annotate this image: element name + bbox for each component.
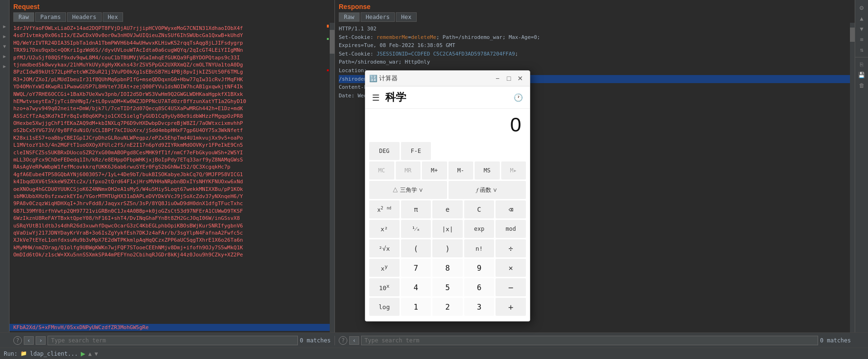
- request-footer-line: Content-Length: 2: [10, 331, 334, 332]
- calc-multiply-btn[interactable]: ×: [496, 259, 526, 277]
- calc-inv-btn[interactable]: ¹⁄ₓ: [401, 220, 431, 238]
- copy-icon[interactable]: ⎘: [860, 61, 863, 68]
- up-icon[interactable]: ▲: [860, 15, 863, 22]
- run-value: ldap_client...: [30, 350, 78, 357]
- calc-mr-btn[interactable]: MR: [396, 161, 421, 180]
- save-icon[interactable]: 💾: [858, 72, 865, 78]
- search-input-right[interactable]: [361, 336, 818, 345]
- calc-8-btn[interactable]: 8: [432, 259, 463, 277]
- nav-prev-left[interactable]: ‹: [24, 336, 34, 345]
- right-sidebar: ⚙ ▲ ▼ ≡ ⇅ ⎘ 💾 🗑: [855, 0, 868, 332]
- list-icon[interactable]: ≡: [860, 36, 863, 43]
- tree-expand-icon[interactable]: ▼: [3, 44, 6, 49]
- tab-raw-request[interactable]: Raw: [13, 12, 34, 22]
- request-tab-bar: Raw Params Headers Hex: [10, 11, 334, 23]
- calc-xy-btn[interactable]: xy: [369, 259, 400, 277]
- tree-collapse-icon[interactable]: ▶: [3, 24, 6, 29]
- calc-7-btn[interactable]: 7: [401, 259, 431, 277]
- request-code: 1drJVfYaoFOWLxLiaOZ+14ad2DQPT8FVjDjAU7rj…: [10, 23, 334, 324]
- calc-deg-btn[interactable]: DEG: [369, 142, 400, 160]
- calc-lparen-btn[interactable]: (: [401, 239, 431, 257]
- calc-display: 0: [365, 109, 530, 139]
- calc-menu-btn[interactable]: ☰: [372, 93, 380, 103]
- calc-2nd-btn[interactable]: x2 nd: [369, 200, 400, 218]
- calc-divide-btn[interactable]: ÷: [496, 239, 526, 257]
- calc-9-btn[interactable]: 9: [464, 259, 495, 277]
- request-title: Request: [10, 0, 334, 11]
- calculator-window[interactable]: 🔢 计算器 − □ ✕ ☰ 科学 🕐 0 DEG F-E: [365, 70, 530, 321]
- tab-hex-request[interactable]: Hex: [103, 12, 124, 22]
- matches-count-left: 0 matches: [300, 337, 331, 344]
- nav-next-left[interactable]: ›: [36, 336, 46, 345]
- calc-minimize-btn[interactable]: −: [492, 73, 503, 84]
- calc-4-btn[interactable]: 4: [401, 278, 431, 296]
- calc-mminus-btn[interactable]: M-: [448, 161, 474, 180]
- calc-subtract-btn[interactable]: −: [496, 278, 526, 296]
- calc-3-btn[interactable]: 3: [464, 298, 495, 316]
- calc-2-btn[interactable]: 2: [432, 298, 463, 316]
- up-btn[interactable]: ▲: [88, 350, 92, 357]
- tab-raw-response[interactable]: Raw: [339, 12, 360, 22]
- tree-sidebar: ▶ ▶ ▼ ▶ ▶: [0, 0, 10, 332]
- run-label: Run:: [4, 350, 18, 357]
- calc-xsq-btn[interactable]: x²: [369, 220, 400, 238]
- calc-titlebar: 🔢 计算器 − □ ✕: [365, 71, 530, 86]
- calc-factorial-btn[interactable]: n!: [464, 239, 495, 257]
- response-tab-bar: Raw Headers Hex: [335, 11, 855, 23]
- tree-collapse-icon-4[interactable]: ▶: [3, 64, 6, 69]
- calc-pi-btn[interactable]: π: [401, 200, 431, 218]
- calc-e-btn[interactable]: e: [432, 200, 463, 218]
- request-highlight-line: KFbA2Xd/S+xFMnvH/05xxDNPyUWCzdfZR3MohGW5…: [10, 324, 334, 331]
- calc-mod-btn[interactable]: mod: [496, 220, 526, 238]
- search-input-left[interactable]: [48, 336, 298, 345]
- calc-history-btn[interactable]: 🕐: [514, 93, 523, 102]
- run-icon: 📁: [20, 350, 27, 357]
- right-search-area: ? ‹ 0 matches: [335, 336, 855, 345]
- calc-fe-btn[interactable]: F-E: [401, 142, 431, 160]
- help-icon-left[interactable]: ?: [13, 336, 22, 345]
- response-scrollbar[interactable]: [850, 23, 855, 332]
- tab-headers-request[interactable]: Headers: [67, 12, 102, 22]
- tree-collapse-icon-3[interactable]: ▶: [3, 54, 6, 59]
- request-panel: Request Raw Params Headers Hex 1drJVfYao…: [10, 0, 335, 332]
- run-bar: Run: 📁 ldap_client... ▶ ▲ ▼: [0, 348, 868, 359]
- nav-prev-right[interactable]: ‹: [349, 336, 359, 345]
- tab-hex-response[interactable]: Hex: [396, 12, 417, 22]
- calc-rparen-btn[interactable]: ): [432, 239, 463, 257]
- tab-params-request[interactable]: Params: [35, 12, 66, 22]
- play-btn[interactable]: ▶: [81, 349, 86, 358]
- request-content: 1drJVfYaoFOWLxLiaOZ+14ad2DQPT8FVjDjAU7rj…: [10, 23, 334, 332]
- down-btn[interactable]: ▼: [95, 350, 98, 357]
- calc-mplus-btn[interactable]: M+: [422, 161, 447, 180]
- request-scrollbar[interactable]: [330, 23, 334, 332]
- help-icon-right[interactable]: ?: [339, 336, 347, 345]
- calc-sqrt-btn[interactable]: ²√x: [369, 239, 400, 257]
- tab-headers-response[interactable]: Headers: [361, 12, 395, 22]
- settings-icon[interactable]: ⚙: [859, 4, 863, 11]
- calc-exp-btn[interactable]: exp: [464, 220, 495, 238]
- delete-icon[interactable]: 🗑: [859, 82, 865, 89]
- tree-collapse-icon-2[interactable]: ▶: [3, 34, 6, 39]
- calc-add-btn[interactable]: +: [496, 298, 526, 316]
- calc-1-btn[interactable]: 1: [401, 298, 431, 316]
- calc-log-btn[interactable]: log: [369, 298, 400, 316]
- calc-ms-btn[interactable]: MS: [475, 161, 500, 180]
- calc-trig-btn[interactable]: △ 三角学 ∨: [369, 181, 447, 199]
- calc-mc-btn[interactable]: MC: [369, 161, 394, 180]
- matches-count-right: 0 matches: [820, 337, 851, 344]
- calc-5-btn[interactable]: 5: [432, 278, 463, 296]
- sync-icon[interactable]: ⇅: [860, 47, 863, 53]
- calc-maximize-btn[interactable]: □: [503, 73, 515, 84]
- calc-clear-btn[interactable]: C: [464, 200, 495, 218]
- calc-backspace-btn[interactable]: ⌫: [496, 200, 526, 218]
- calc-abs-btn[interactable]: |x|: [432, 220, 463, 238]
- calc-6-btn[interactable]: 6: [464, 278, 495, 296]
- calc-close-btn[interactable]: ✕: [515, 73, 526, 84]
- down-icon[interactable]: ▼: [860, 26, 863, 32]
- calc-func-btn[interactable]: 𝑓 函数 ∨: [448, 181, 526, 199]
- calc-buttons: DEG F-E MC MR M+ M- MS M▸ △ 三角学 ∨ 𝑓 函数 ∨: [365, 139, 530, 321]
- bottom-bar: ? ‹ › 0 matches ? ‹ 0 matches: [0, 332, 868, 348]
- calc-10x-btn[interactable]: 10x: [369, 278, 400, 296]
- calc-mlist-btn[interactable]: M▸: [501, 161, 526, 180]
- calc-title: 计算器: [379, 74, 492, 83]
